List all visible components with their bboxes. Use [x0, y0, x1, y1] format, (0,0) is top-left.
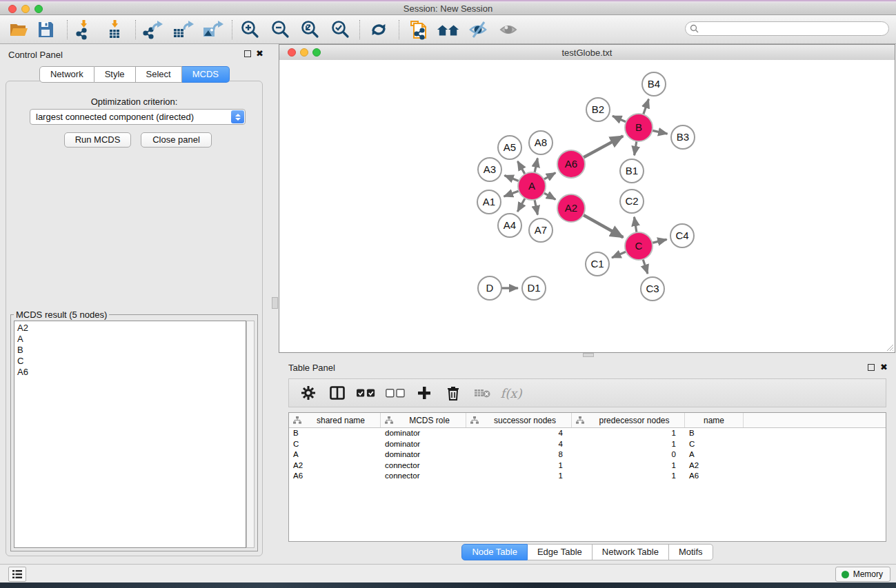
export-network-icon[interactable] — [141, 19, 165, 40]
table-cell[interactable]: C — [289, 439, 381, 450]
column-header-successor-nodes[interactable]: successor nodes — [466, 413, 572, 427]
table-cell[interactable]: C — [685, 439, 744, 450]
table-cell[interactable]: 4 — [466, 428, 572, 439]
resize-grip-icon[interactable] — [884, 342, 894, 352]
graph-edge-C-C3[interactable] — [643, 258, 648, 274]
graph-node-B4[interactable]: B4 — [642, 72, 666, 96]
graph-node-A5[interactable]: A5 — [498, 136, 521, 159]
home-networks-icon[interactable] — [437, 19, 460, 40]
duplicate-network-icon[interactable] — [406, 19, 430, 40]
graph-node-C2[interactable]: C2 — [620, 190, 644, 213]
export-table-icon[interactable] — [171, 19, 195, 40]
table-close-panel-icon[interactable]: ✖ — [880, 364, 888, 371]
graph-node-C4[interactable]: C4 — [670, 224, 694, 247]
table-cell[interactable]: B — [685, 428, 744, 439]
table-cell[interactable]: 1 — [572, 460, 685, 472]
hide-details-icon[interactable] — [467, 19, 490, 40]
graph-edge-B-B1[interactable] — [635, 140, 637, 156]
zoom-fit-icon[interactable] — [299, 19, 322, 40]
zoom-selected-icon[interactable] — [329, 19, 352, 40]
graph-node-B[interactable]: B — [625, 114, 653, 141]
tab-select[interactable]: Select — [136, 66, 182, 83]
table-row[interactable]: Bdominator41B — [289, 428, 886, 439]
graph-node-A8[interactable]: A8 — [529, 131, 552, 154]
memory-button[interactable]: Memory — [835, 567, 890, 582]
graph-node-A2[interactable]: A2 — [557, 194, 585, 222]
close-panel-icon[interactable]: ✖ — [256, 50, 263, 57]
graph-edge-B-B3[interactable] — [651, 130, 668, 134]
graph-node-D1[interactable]: D1 — [522, 276, 546, 300]
table-cell[interactable]: 1 — [466, 460, 572, 472]
network-canvas[interactable]: B4B2BB3A8A5A6A3B1AC2A1A2A4A7C4CC1C3DD1 — [279, 60, 895, 352]
mcds-result-item[interactable]: A — [17, 334, 243, 345]
node-table[interactable]: shared nameMCDS rolesuccessor nodesprede… — [288, 412, 886, 542]
tab-style[interactable]: Style — [94, 66, 136, 83]
tab-mcds[interactable]: MCDS — [182, 66, 230, 83]
task-history-button[interactable] — [8, 567, 26, 582]
table-cell[interactable]: 4 — [466, 439, 572, 450]
graph-edge-A6-B[interactable] — [582, 136, 623, 158]
table-cell[interactable]: A2 — [685, 460, 744, 472]
import-network-icon[interactable] — [72, 19, 96, 40]
column-header-shared-name[interactable]: shared name — [289, 413, 381, 427]
table-cell[interactable]: A2 — [289, 460, 381, 472]
save-session-icon[interactable] — [34, 19, 57, 40]
tab-edge-table[interactable]: Edge Table — [528, 544, 593, 560]
table-settings-gear-icon[interactable] — [299, 383, 318, 403]
zoom-out-icon[interactable] — [269, 19, 292, 40]
graph-node-D[interactable]: D — [478, 276, 501, 300]
refresh-icon[interactable] — [367, 19, 390, 40]
table-cell[interactable]: B — [289, 428, 381, 439]
graph-node-C1[interactable]: C1 — [586, 252, 609, 276]
graph-edge-B-B4[interactable] — [643, 99, 648, 116]
table-cell[interactable]: connector — [381, 460, 466, 472]
mcds-result-item[interactable]: C — [17, 356, 243, 367]
graph-node-C3[interactable]: C3 — [641, 277, 664, 301]
column-header-name[interactable]: name — [685, 413, 744, 427]
tab-network[interactable]: Network — [39, 66, 94, 83]
table-cell[interactable]: dominator — [381, 439, 466, 450]
tab-motifs[interactable]: Motifs — [669, 544, 713, 560]
delete-column-icon[interactable] — [444, 383, 463, 403]
vertical-splitter-handle[interactable] — [272, 297, 278, 309]
table-cell[interactable]: dominator — [381, 449, 466, 460]
graph-edge-A2-C[interactable] — [582, 214, 624, 237]
table-cell[interactable]: 8 — [466, 449, 572, 460]
graph-node-A1[interactable]: A1 — [477, 190, 501, 214]
table-row[interactable]: Cdominator41C — [289, 439, 886, 450]
graph-edge-A-A2[interactable] — [543, 192, 556, 199]
graph-node-B2[interactable]: B2 — [586, 98, 610, 121]
table-cell[interactable]: A6 — [685, 471, 744, 482]
toggle-column-view-icon[interactable] — [328, 383, 347, 403]
table-cell[interactable]: 1 — [572, 471, 685, 482]
table-cell[interactable]: 1 — [572, 439, 685, 450]
table-cell[interactable]: A — [685, 449, 744, 460]
graph-edge-A-A1[interactable] — [504, 190, 521, 196]
graph-edge-C-C1[interactable] — [612, 251, 627, 258]
zoom-in-icon[interactable] — [239, 19, 262, 40]
graph-node-A[interactable]: A — [518, 172, 546, 200]
graph-edge-C-C2[interactable] — [634, 217, 637, 234]
create-column-icon[interactable] — [415, 383, 434, 403]
graph-edge-A-A3[interactable] — [504, 175, 520, 181]
graph-edge-A-A5[interactable] — [517, 161, 526, 175]
column-header-MCDS-role[interactable]: MCDS role — [381, 413, 466, 427]
select-all-columns-icon[interactable] — [357, 383, 376, 403]
tab-network-table[interactable]: Network Table — [593, 544, 669, 560]
open-file-icon[interactable] — [7, 19, 30, 40]
graph-node-B3[interactable]: B3 — [671, 125, 695, 149]
import-table-icon[interactable] — [103, 19, 127, 40]
table-cell[interactable]: dominator — [381, 428, 466, 439]
table-row[interactable]: Adominator80A — [289, 449, 886, 460]
table-cell[interactable]: 1 — [466, 471, 572, 482]
mcds-result-item[interactable]: A6 — [17, 367, 243, 378]
table-cell[interactable]: A6 — [289, 471, 381, 482]
tab-node-table[interactable]: Node Table — [461, 544, 528, 560]
graph-node-A4[interactable]: A4 — [498, 214, 521, 237]
close-panel-button[interactable]: Close panel — [141, 132, 212, 148]
graph-node-A6[interactable]: A6 — [557, 150, 585, 178]
graph-edge-B-B2[interactable] — [613, 116, 627, 122]
criterion-dropdown[interactable]: largest connected component (directed) — [30, 109, 246, 125]
table-row[interactable]: A2connector11A2 — [289, 460, 886, 472]
graph-node-B1[interactable]: B1 — [620, 159, 644, 183]
